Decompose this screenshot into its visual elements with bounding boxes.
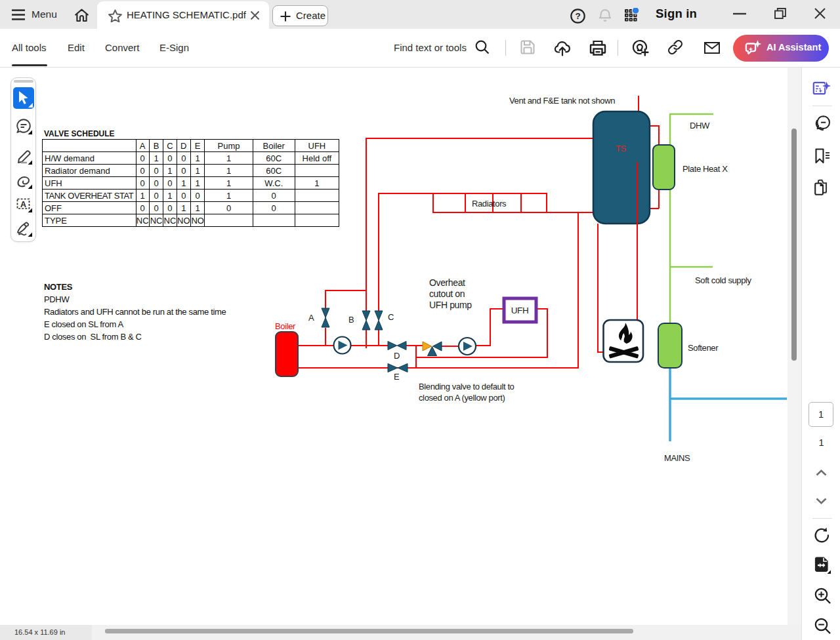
svg-text:TS: TS	[616, 144, 627, 153]
svg-text:A: A	[308, 313, 314, 323]
svg-text:Plate Heat X: Plate Heat X	[682, 164, 728, 174]
svg-text:Softener: Softener	[688, 343, 719, 353]
svg-text:cutout on: cutout on	[429, 289, 465, 299]
svg-text:UFH pump: UFH pump	[429, 300, 472, 310]
svg-text:UFH: UFH	[511, 306, 529, 315]
svg-text:closed on A (yellow port): closed on A (yellow port)	[419, 393, 505, 403]
svg-text:E: E	[394, 372, 400, 382]
svg-text:Overheat: Overheat	[429, 277, 465, 288]
svg-text:D: D	[394, 351, 400, 361]
svg-text:Vent and F&E tank not shown: Vent and F&E tank not shown	[509, 96, 615, 106]
svg-text:A: A	[20, 200, 26, 209]
svg-text:Boiler: Boiler	[275, 321, 296, 331]
svg-text:MAINS: MAINS	[664, 453, 690, 463]
svg-text:DHW: DHW	[690, 121, 710, 130]
svg-text:?: ?	[575, 11, 580, 21]
svg-text:B: B	[348, 315, 354, 325]
svg-text:Blending valve to default to: Blending valve to default to	[419, 382, 514, 391]
svg-text:Radiators: Radiators	[472, 199, 507, 209]
svg-text:Soft cold supply: Soft cold supply	[695, 275, 752, 285]
svg-text:C: C	[388, 312, 394, 322]
